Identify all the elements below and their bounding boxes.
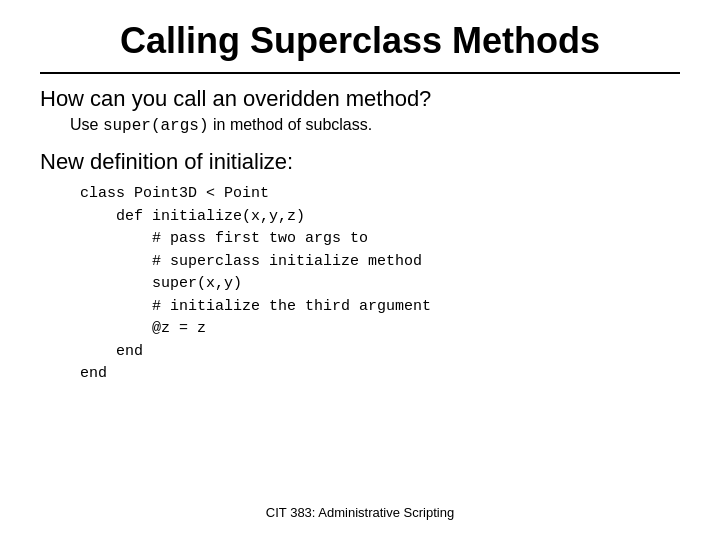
new-definition-label: New definition of initialize: bbox=[40, 149, 680, 175]
code-line-9: end bbox=[80, 363, 680, 386]
use-text-prefix: Use bbox=[70, 116, 103, 133]
code-line-5: super(x,y) bbox=[80, 273, 680, 296]
code-line-6: # initialize the third argument bbox=[80, 296, 680, 319]
slide-container: Calling Superclass Methods How can you c… bbox=[0, 0, 720, 540]
use-instruction-line: Use super(args) in method of subclass. bbox=[70, 116, 680, 135]
code-line-3: # pass first two args to bbox=[80, 228, 680, 251]
code-block: class Point3D < Point def initialize(x,y… bbox=[80, 183, 680, 495]
use-text-suffix: in method of subclass. bbox=[209, 116, 373, 133]
code-line-1: class Point3D < Point bbox=[80, 183, 680, 206]
code-line-4: # superclass initialize method bbox=[80, 251, 680, 274]
super-args-code: super(args) bbox=[103, 117, 209, 135]
question-text: How can you call an overidden method? bbox=[40, 86, 680, 112]
code-line-2: def initialize(x,y,z) bbox=[80, 206, 680, 229]
slide-title: Calling Superclass Methods bbox=[40, 20, 680, 74]
code-line-8: end bbox=[80, 341, 680, 364]
code-line-7: @z = z bbox=[80, 318, 680, 341]
footer-text: CIT 383: Administrative Scripting bbox=[40, 495, 680, 520]
